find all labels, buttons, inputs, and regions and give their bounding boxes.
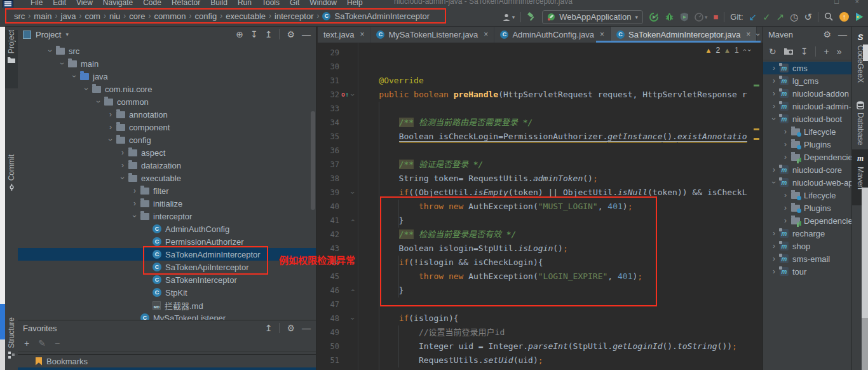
fold-marker-icon[interactable]: › bbox=[346, 92, 360, 97]
add-favorite-icon[interactable]: + bbox=[24, 339, 29, 348]
project-tree-item[interactable]: ›aspect bbox=[18, 146, 316, 159]
tool-button-codegeex[interactable]: S CodeGeeX bbox=[852, 32, 868, 93]
profiler-icon[interactable]: ▾ bbox=[695, 13, 708, 22]
project-tree-item[interactable]: ›src bbox=[18, 45, 316, 57]
breadcrumb-item[interactable]: interceptor bbox=[275, 11, 313, 21]
remove-favorite-icon[interactable]: − bbox=[55, 339, 60, 348]
menu-item-edit[interactable]: Edit bbox=[48, 0, 71, 8]
menu-item-help[interactable]: Help bbox=[342, 0, 368, 8]
project-tree-item[interactable]: ›java bbox=[18, 70, 316, 83]
tree-chevron-icon[interactable]: › bbox=[117, 148, 128, 157]
menu-item-code[interactable]: Code bbox=[138, 0, 166, 8]
project-tree-item[interactable]: ›executable bbox=[18, 172, 316, 184]
run-configuration-select[interactable]: WebAppApplication ▾ bbox=[542, 10, 643, 24]
tree-chevron-icon[interactable]: › bbox=[129, 199, 140, 208]
stripe-mark-green[interactable] bbox=[754, 85, 759, 86]
window-menu-icon[interactable] bbox=[3, 0, 13, 8]
menu-item-build[interactable]: Build bbox=[205, 0, 233, 8]
tree-chevron-icon[interactable]: › bbox=[105, 123, 116, 132]
breadcrumb-item[interactable]: executable bbox=[226, 11, 266, 21]
project-tree-item[interactable]: ›interceptor bbox=[18, 210, 316, 223]
tree-chevron-icon[interactable]: › bbox=[768, 229, 780, 238]
tree-chevron-icon[interactable]: › bbox=[57, 59, 68, 68]
tree-chevron-icon[interactable]: › bbox=[81, 85, 92, 93]
close-icon[interactable]: × bbox=[855, 0, 859, 5]
maven-tree-item[interactable]: ›Plugins bbox=[763, 202, 852, 214]
coverage-icon[interactable] bbox=[680, 12, 689, 22]
tree-chevron-icon[interactable]: › bbox=[117, 161, 128, 170]
project-tree-item[interactable]: CMySaTokenListener bbox=[18, 312, 316, 320]
tree-chevron-icon[interactable]: › bbox=[768, 64, 780, 72]
maven-tree-item[interactable]: ›mniucloud-core bbox=[763, 163, 852, 176]
bookmarks-item[interactable]: Bookmarks bbox=[18, 354, 316, 367]
editor-tab[interactable]: CAdminAuthConfig.java× bbox=[494, 26, 611, 43]
menu-item-file[interactable]: File bbox=[25, 0, 48, 8]
hide-panel-icon[interactable]: — bbox=[302, 324, 311, 332]
search-icon[interactable] bbox=[824, 12, 834, 22]
menu-item-run[interactable]: Run bbox=[233, 0, 257, 8]
menu-item-refactor[interactable]: Refactor bbox=[166, 0, 205, 8]
tree-chevron-icon[interactable]: › bbox=[105, 135, 116, 144]
stop-icon[interactable]: ■ bbox=[714, 13, 719, 21]
rollback-icon[interactable]: ↺ bbox=[804, 12, 812, 22]
tree-chevron-icon[interactable]: › bbox=[129, 212, 140, 221]
tree-chevron-icon[interactable]: › bbox=[768, 114, 780, 123]
tree-chevron-icon[interactable]: › bbox=[768, 89, 780, 98]
stripe-mark-warning[interactable] bbox=[754, 128, 759, 130]
breadcrumb-item[interactable]: core bbox=[129, 11, 145, 21]
project-tree-item[interactable]: MD拦截器.md bbox=[18, 299, 316, 312]
expand-all-icon[interactable]: ↧ bbox=[250, 30, 258, 39]
maven-tree-item[interactable]: ›mrecharge bbox=[763, 227, 852, 240]
generate-sources-icon[interactable] bbox=[784, 48, 793, 55]
collapse-all-icon[interactable]: ↥ bbox=[265, 30, 273, 39]
gear-icon[interactable]: ⚙ bbox=[287, 324, 295, 332]
build-hammer-icon[interactable] bbox=[527, 12, 536, 22]
project-tree-item[interactable]: ›annotation bbox=[18, 108, 316, 121]
close-icon[interactable]: × bbox=[360, 30, 364, 39]
fold-marker-icon[interactable]: › bbox=[346, 218, 360, 223]
gear-icon[interactable]: ⚙ bbox=[287, 30, 295, 39]
maven-tree-item[interactable]: ›Lifecycle bbox=[763, 189, 852, 202]
inspections-widget[interactable]: ▲ 2 ▲ 1 › › bbox=[705, 46, 752, 55]
editor-tab[interactable]: CMySaTokenListener.java× bbox=[370, 26, 494, 43]
run-icon[interactable] bbox=[649, 12, 659, 22]
download-sources-icon[interactable]: ↧ bbox=[801, 47, 808, 56]
tree-chevron-icon[interactable]: › bbox=[780, 127, 791, 136]
menu-item-view[interactable]: View bbox=[71, 0, 98, 8]
history-clock-icon[interactable]: ◷ bbox=[790, 12, 798, 22]
tree-chevron-icon[interactable]: › bbox=[768, 165, 780, 174]
maven-tree-item[interactable]: ›mtour bbox=[763, 265, 852, 278]
project-tree-item[interactable]: CStpKit bbox=[18, 286, 316, 299]
project-tree-item[interactable]: ›component bbox=[18, 121, 316, 134]
hide-panel-icon[interactable]: — bbox=[838, 30, 847, 39]
maven-tree-item[interactable]: ›Dependencie bbox=[763, 151, 852, 163]
fold-marker-icon[interactable]: › bbox=[346, 288, 360, 292]
project-tree-item[interactable]: ›dataization bbox=[18, 159, 316, 172]
gear-icon[interactable]: ⚙ bbox=[823, 30, 831, 39]
tool-button-structure[interactable]: Structure bbox=[5, 317, 18, 369]
breadcrumb-item[interactable]: com bbox=[85, 11, 100, 21]
breadcrumb-item[interactable]: src bbox=[14, 11, 25, 21]
project-tree-item[interactable]: ›config bbox=[18, 134, 316, 146]
tree-chevron-icon[interactable]: › bbox=[44, 46, 56, 55]
maximize-icon[interactable]: □ bbox=[834, 0, 839, 5]
reload-maven-icon[interactable]: ↻ bbox=[769, 47, 776, 56]
debug-bug-icon[interactable] bbox=[665, 12, 674, 22]
maven-tree-item[interactable]: ›mniucloud-boot bbox=[763, 113, 852, 125]
menu-item-git[interactable]: Git bbox=[285, 0, 304, 8]
tool-button-project[interactable]: Project bbox=[5, 30, 18, 88]
tree-chevron-icon[interactable]: › bbox=[768, 254, 780, 263]
project-tree-item[interactable]: ›common bbox=[18, 95, 316, 108]
project-scrollbar[interactable] bbox=[311, 111, 315, 210]
breadcrumb-item[interactable]: niu bbox=[109, 11, 120, 21]
project-tree-item[interactable]: ›initialize bbox=[18, 197, 316, 210]
breadcrumb-item[interactable]: java bbox=[61, 11, 76, 21]
maven-tree-item[interactable]: ›mcms bbox=[763, 62, 852, 74]
tree-chevron-icon[interactable]: › bbox=[768, 102, 780, 111]
tree-chevron-icon[interactable]: › bbox=[129, 186, 140, 195]
project-tree-item[interactable]: CAdminAuthConfig bbox=[18, 223, 316, 235]
tool-button-commit[interactable]: Commit bbox=[5, 154, 18, 218]
update-available-icon[interactable]: ↑ bbox=[839, 12, 849, 22]
breadcrumb-item[interactable]: common bbox=[154, 11, 186, 21]
maven-tree-item[interactable]: ›mniucloud-addon bbox=[763, 87, 852, 100]
